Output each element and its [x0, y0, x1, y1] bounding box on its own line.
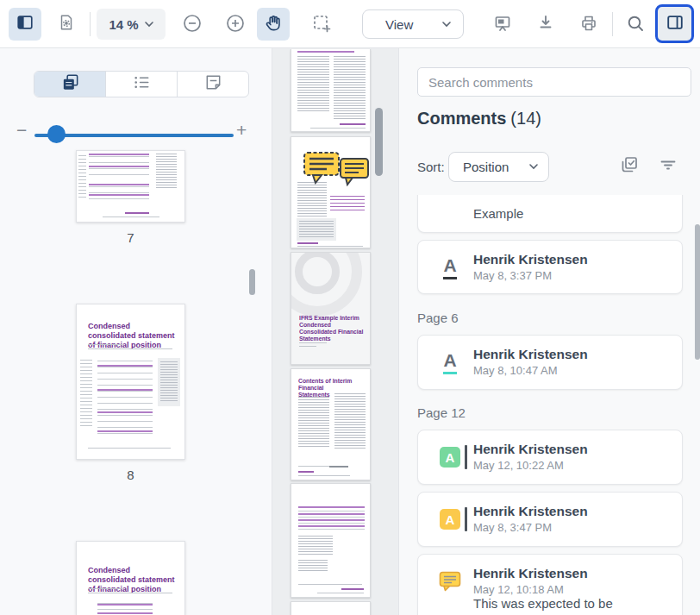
left-panel-scrollbar[interactable] — [249, 269, 255, 295]
thumbnail-size-slider-thumb[interactable] — [47, 125, 66, 143]
zoom-level-value: 14 % — [109, 17, 138, 32]
zoom-in-button[interactable] — [219, 9, 252, 41]
presentation-icon — [492, 13, 513, 37]
page-section-label: Page 12 — [417, 405, 466, 420]
comment-card[interactable]: A Henrik Kristensen May 8, 3:37 PM — [417, 240, 683, 294]
marquee-zoom-button[interactable] — [305, 9, 338, 41]
left-panel-icon — [16, 13, 34, 35]
underline-black-icon: A — [443, 256, 456, 279]
document-page — [291, 136, 371, 248]
chevron-down-icon — [529, 164, 538, 170]
comments-panel: Comments(14) Sort: Position Example A He… — [398, 48, 700, 615]
comments-scrollbar[interactable] — [695, 224, 700, 360]
chevron-down-icon — [442, 22, 451, 28]
search-icon — [625, 13, 646, 37]
document-cover-page: IFRS Example Interim Condensed Consolida… — [291, 252, 371, 365]
print-button[interactable] — [572, 9, 605, 41]
comment-body: Example — [473, 206, 523, 221]
comment-date: May 8, 10:47 AM — [473, 364, 558, 377]
comment-author: Henrik Kristensen — [473, 347, 588, 362]
cover-title: IFRS Example Interim Condensed Consolida… — [299, 315, 365, 343]
highlight-yellow-icon: A — [440, 509, 460, 530]
comment-card[interactable]: Example — [417, 195, 683, 233]
comment-author: Henrik Kristensen — [473, 442, 588, 457]
search-button[interactable] — [619, 9, 652, 41]
tab-outline[interactable] — [106, 72, 178, 97]
comment-date: May 8, 3:47 PM — [473, 521, 552, 534]
outline-list-icon — [132, 72, 152, 96]
download-button[interactable] — [529, 9, 562, 41]
comment-body: This was expected to be — [473, 596, 613, 611]
comment-author: Henrik Kristensen — [473, 566, 588, 581]
note-page-icon — [203, 72, 223, 96]
comment-card[interactable]: Henrik Kristensen May 12, 10:18 AM This … — [417, 554, 683, 615]
comment-date: May 8, 3:37 PM — [473, 269, 552, 282]
comments-count: (14) — [510, 109, 541, 128]
document-page — [291, 49, 371, 132]
underline-teal-icon: A — [443, 351, 456, 374]
zoom-level-dropdown[interactable]: 14 % — [97, 9, 166, 40]
multi-select-icon — [619, 154, 640, 179]
comment-list: Example A Henrik Kristensen May 8, 3:37 … — [399, 195, 700, 615]
thumbnail-8-label: 8 — [76, 468, 185, 482]
filter-icon — [658, 154, 678, 179]
comment-date: May 12, 10:22 AM — [473, 459, 564, 472]
chevron-down-icon — [145, 22, 153, 28]
sticky-note-annotation[interactable] — [303, 151, 370, 196]
print-icon — [578, 13, 599, 37]
thumbnails-panel: − + 7 Condensed consolidated statement o… — [0, 48, 272, 615]
document-view[interactable]: IFRS Example Interim Condensed Consolida… — [272, 48, 398, 615]
toolbar-divider — [612, 12, 613, 36]
comment-author: Henrik Kristensen — [473, 252, 588, 267]
multi-select-button[interactable] — [618, 155, 641, 178]
right-panel-toggle-button[interactable] — [655, 4, 694, 43]
sticky-note-icon — [439, 571, 462, 592]
thumbnail-7-content — [77, 150, 185, 223]
page-thumbnail-9[interactable]: Condensed consolidated statement of fina… — [76, 541, 185, 615]
comment-card[interactable]: A Henrik Kristensen May 8, 3:47 PM — [417, 492, 683, 547]
marquee-select-icon — [311, 13, 332, 37]
comments-heading: Comments(14) — [417, 109, 541, 129]
search-comments-input[interactable] — [417, 67, 691, 97]
comment-author: Henrik Kristensen — [473, 504, 588, 519]
comments-title: Comments — [417, 109, 506, 128]
tab-annotations[interactable] — [178, 72, 248, 97]
page-thumbnail-8[interactable]: Condensed consolidated statement of fina… — [76, 304, 185, 460]
minus-circle-icon — [182, 13, 203, 37]
thumbnail-size-decrease[interactable]: − — [16, 121, 27, 139]
thumbnails-icon — [60, 72, 80, 96]
thumbnail-size-increase[interactable]: + — [236, 121, 247, 139]
toolbar-divider — [90, 12, 91, 36]
top-toolbar: 14 % View — [0, 0, 700, 48]
tab-thumbnails[interactable] — [34, 72, 106, 97]
panel-tab-group — [34, 71, 249, 97]
left-panel-toggle-button[interactable] — [9, 8, 41, 41]
plus-circle-icon — [225, 13, 246, 37]
presentation-button[interactable] — [486, 9, 519, 41]
zoom-out-button[interactable] — [176, 9, 209, 41]
page-section-label: Page 6 — [417, 311, 459, 325]
document-page — [291, 483, 371, 598]
highlight-green-icon: A — [440, 447, 460, 468]
document-page: Condensed consolidated statement of fina… — [291, 601, 371, 615]
sort-label: Sort: — [417, 160, 445, 174]
document-contents-page: Contents of Interim Financial Statements — [291, 368, 371, 480]
sort-value: Position — [463, 160, 509, 174]
view-mode-dropdown[interactable]: View — [362, 9, 464, 39]
pan-tool-button[interactable] — [257, 8, 290, 41]
hand-icon — [264, 13, 284, 36]
thumbnail-7-label: 7 — [76, 230, 185, 245]
download-icon — [535, 13, 556, 37]
comment-card[interactable]: A Henrik Kristensen May 12, 10:22 AM — [417, 430, 683, 485]
page-settings-button[interactable] — [50, 8, 83, 41]
sort-dropdown[interactable]: Position — [448, 152, 549, 182]
filter-button[interactable] — [657, 155, 679, 178]
comment-card[interactable]: A Henrik Kristensen May 8, 10:47 AM — [417, 335, 683, 390]
document-gear-icon — [57, 13, 76, 35]
page-thumbnail-7[interactable] — [76, 150, 185, 223]
comment-date: May 12, 10:18 AM — [473, 583, 564, 596]
document-scrollbar[interactable] — [375, 108, 383, 176]
right-panel-icon — [666, 13, 684, 35]
view-mode-value: View — [385, 17, 413, 32]
